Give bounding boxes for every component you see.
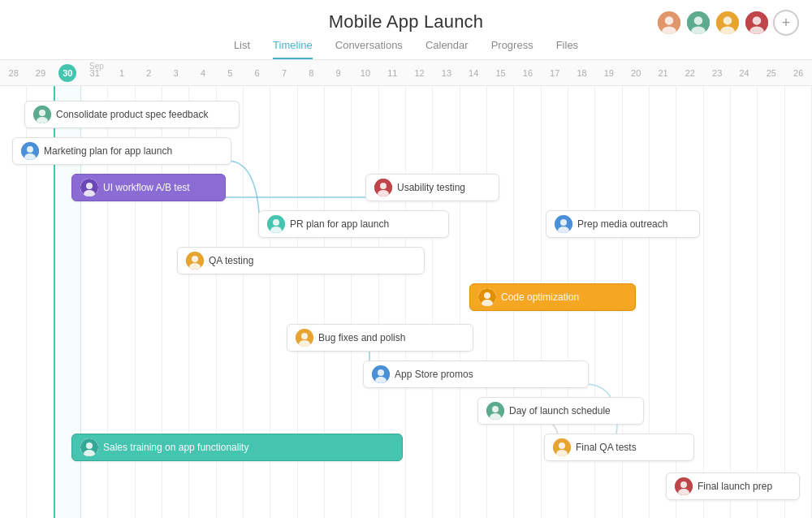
task-app-store[interactable]: App Store promos [363, 360, 589, 388]
grid-col-24 [731, 86, 758, 518]
svg-point-30 [560, 219, 567, 226]
date-sep19: 19 [595, 68, 622, 78]
date-sep7: 7 [270, 68, 297, 78]
date-sep15: 15 [487, 68, 514, 78]
task-ui-ab[interactable]: UI workflow A/B test [71, 174, 226, 201]
date-sep23: 23 [704, 68, 731, 78]
task-code-opt[interactable]: Code optimization [469, 283, 636, 311]
date-sep1: 1 [108, 68, 135, 78]
date-sep24: 24 [731, 68, 758, 78]
task-bar-media-outreach[interactable]: Prep media outreach [546, 210, 700, 238]
task-label-usability: Usability testing [397, 182, 465, 193]
svg-point-42 [378, 369, 384, 376]
task-avatar-bug-fixes [296, 329, 313, 347]
date-28: 28 [0, 68, 27, 78]
task-bar-code-opt[interactable]: Code optimization [469, 283, 636, 311]
task-bar-marketing[interactable]: Marketing plan for app launch [12, 137, 231, 165]
task-avatar-ui-ab [80, 179, 98, 196]
task-marketing[interactable]: Marketing plan for app launch [12, 137, 231, 165]
task-bar-ui-ab[interactable]: UI workflow A/B test [71, 174, 226, 201]
svg-point-4 [694, 16, 703, 25]
task-bar-qa-testing[interactable]: QA testing [177, 247, 425, 274]
task-avatar-consolidate [33, 106, 51, 123]
date-sep2: 2 [136, 68, 162, 78]
tab-conversations[interactable]: Conversations [335, 39, 403, 59]
task-label-ui-ab: UI workflow A/B test [103, 182, 190, 193]
date-sep26: 26 [785, 68, 812, 78]
task-avatar-marketing [21, 142, 39, 160]
task-bar-pr-plan[interactable]: PR plan for app launch [258, 210, 449, 238]
date-sep25: 25 [758, 68, 784, 78]
tab-list[interactable]: List [234, 39, 250, 59]
task-label-pr-plan: PR plan for app launch [290, 218, 389, 230]
date-sep10: 10 [352, 68, 378, 78]
svg-point-45 [492, 406, 499, 412]
tab-bar: List Timeline Conversations Calendar Pro… [0, 32, 812, 60]
task-launch-schedule[interactable]: Day of launch schedule [477, 397, 644, 425]
date-sep3: 3 [162, 68, 189, 78]
task-bar-sales-training[interactable]: Sales training on app functionality [71, 434, 403, 461]
date-sep9: 9 [325, 68, 352, 78]
date-sep18: 18 [568, 68, 595, 78]
timeline: Sep 28 29 30 31 1 2 3 4 5 6 7 8 9 10 11 … [0, 60, 812, 518]
svg-point-51 [559, 442, 565, 449]
date-sep21: 21 [650, 68, 676, 78]
task-bar-bug-fixes[interactable]: Bug fixes and polish [287, 324, 473, 352]
task-bar-app-store[interactable]: App Store promos [363, 360, 589, 388]
task-avatar-final-qa [553, 438, 571, 456]
avatar-4[interactable] [744, 10, 770, 36]
tab-calendar[interactable]: Calendar [425, 39, 469, 59]
task-final-qa[interactable]: Final QA tests [544, 434, 694, 461]
svg-point-7 [723, 16, 732, 25]
task-bar-final-launch[interactable]: Final launch prep [666, 473, 800, 500]
date-sep11: 11 [379, 68, 406, 78]
task-bar-consolidate[interactable]: Consolidate product spec feedback [24, 101, 240, 128]
task-label-final-launch: Final launch prep [698, 481, 772, 492]
svg-point-1 [665, 16, 674, 25]
date-sep5: 5 [217, 68, 244, 78]
add-member-button[interactable]: + [773, 10, 799, 36]
tab-timeline[interactable]: Timeline [273, 39, 313, 59]
avatar-3[interactable] [715, 10, 741, 36]
svg-point-27 [273, 219, 279, 226]
grid-col-13 [433, 86, 460, 518]
task-label-media-outreach: Prep media outreach [577, 218, 667, 230]
today-indicator: 30 [58, 64, 76, 82]
date-sep13: 13 [433, 68, 460, 78]
task-label-marketing: Marketing plan for app launch [44, 145, 172, 157]
svg-point-39 [301, 333, 308, 339]
task-usability[interactable]: Usability testing [365, 174, 499, 201]
date-30-today: 30 [54, 64, 81, 82]
task-consolidate[interactable]: Consolidate product spec feedback [24, 101, 240, 128]
avatar-1[interactable] [656, 10, 682, 36]
grid-col-12 [406, 86, 433, 518]
task-final-launch[interactable]: Final launch prep [666, 473, 800, 500]
avatar-2[interactable] [685, 10, 711, 36]
svg-point-48 [86, 442, 93, 449]
task-bar-usability[interactable]: Usability testing [365, 174, 499, 201]
date-sep6: 6 [244, 68, 270, 78]
grid-col-26 [785, 86, 812, 518]
tab-progress[interactable]: Progress [491, 39, 533, 59]
task-bar-final-qa[interactable]: Final QA tests [544, 434, 694, 461]
svg-point-15 [39, 110, 45, 116]
date-sep14: 14 [460, 68, 487, 78]
date-ruler: Sep 28 29 30 31 1 2 3 4 5 6 7 8 9 10 11 … [0, 60, 812, 86]
task-avatar-sales-training [80, 438, 98, 456]
task-qa-testing[interactable]: QA testing [177, 247, 425, 274]
task-bar-launch-schedule[interactable]: Day of launch schedule [477, 397, 644, 425]
task-bug-fixes[interactable]: Bug fixes and polish [287, 324, 473, 352]
task-pr-plan[interactable]: PR plan for app launch [258, 210, 449, 238]
task-label-code-opt: Code optimization [501, 291, 579, 303]
task-media-outreach[interactable]: Prep media outreach [546, 210, 700, 238]
date-29: 29 [27, 68, 54, 78]
task-label-qa-testing: QA testing [209, 255, 253, 266]
date-sep4: 4 [189, 68, 216, 78]
task-avatar-media-outreach [555, 215, 572, 233]
task-avatar-final-launch [675, 477, 693, 495]
tab-files[interactable]: Files [556, 39, 578, 59]
svg-point-54 [680, 481, 687, 488]
avatar-group: + [656, 10, 799, 36]
svg-point-24 [380, 183, 387, 189]
task-sales-training[interactable]: Sales training on app functionality [71, 434, 403, 461]
